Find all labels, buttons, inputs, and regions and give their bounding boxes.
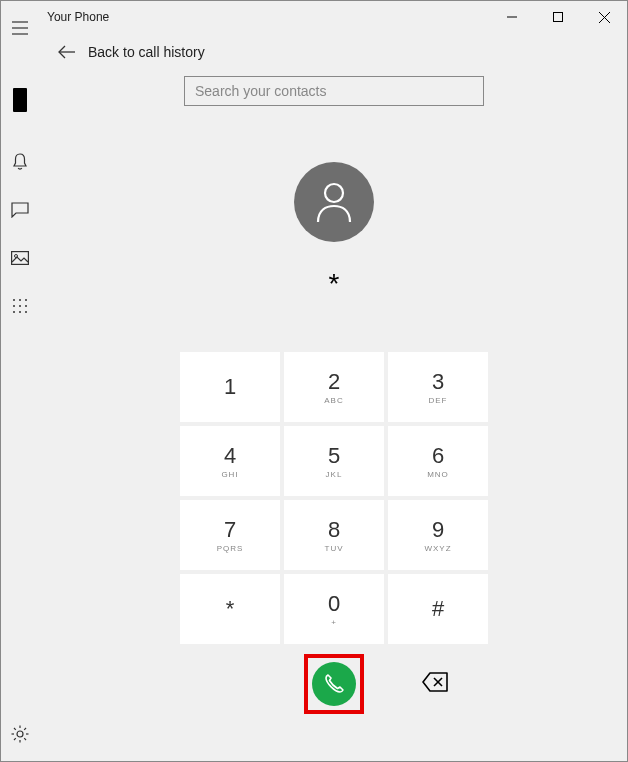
svg-point-12	[19, 311, 21, 313]
key-digit: 0	[328, 591, 340, 617]
key-letters: MNO	[427, 470, 449, 479]
keypad-key-9[interactable]: 9WXYZ	[388, 500, 488, 570]
settings-button[interactable]	[0, 714, 40, 754]
keypad-key-1[interactable]: 1	[180, 352, 280, 422]
key-letters: +	[331, 618, 337, 627]
key-letters: JKL	[326, 470, 343, 479]
key-letters: ABC	[324, 396, 343, 405]
back-button[interactable]: Back to call history	[40, 32, 628, 76]
keypad-key-7[interactable]: 7PQRS	[180, 500, 280, 570]
key-digit: 6	[432, 443, 444, 469]
phone-icon	[323, 673, 345, 695]
keypad-key-8[interactable]: 8TUV	[284, 500, 384, 570]
call-button-highlight	[304, 654, 364, 714]
sidebar-item-phone[interactable]	[0, 80, 40, 120]
chat-icon	[11, 202, 29, 218]
svg-point-6	[19, 299, 21, 301]
sidebar-item-messages[interactable]	[0, 190, 40, 230]
main-content: Back to call history * 1 2ABC 3DEF 4GHI …	[40, 32, 628, 762]
svg-point-9	[19, 305, 21, 307]
key-digit: 3	[432, 369, 444, 395]
dialpad-icon	[12, 298, 28, 314]
close-button[interactable]	[581, 1, 627, 33]
svg-rect-24	[554, 13, 563, 22]
key-digit: #	[432, 596, 444, 622]
key-letters: WXYZ	[424, 544, 451, 553]
keypad-key-3[interactable]: 3DEF	[388, 352, 488, 422]
search-input[interactable]	[195, 83, 473, 99]
svg-point-10	[25, 305, 27, 307]
key-digit: 2	[328, 369, 340, 395]
phone-icon	[13, 88, 27, 112]
hamburger-icon	[12, 21, 28, 35]
keypad-key-0[interactable]: 0+	[284, 574, 384, 644]
svg-point-28	[325, 184, 343, 202]
person-icon	[314, 180, 354, 224]
key-digit: 9	[432, 517, 444, 543]
svg-line-21	[14, 738, 16, 740]
svg-rect-3	[12, 252, 29, 265]
sidebar-item-calls[interactable]	[0, 286, 40, 326]
keypad-key-hash[interactable]: #	[388, 574, 488, 644]
svg-point-14	[17, 731, 23, 737]
svg-line-19	[14, 728, 16, 730]
back-label: Back to call history	[88, 44, 205, 60]
key-digit: 5	[328, 443, 340, 469]
bell-icon	[12, 153, 28, 171]
key-digit: 8	[328, 517, 340, 543]
arrow-left-icon	[58, 45, 76, 59]
close-icon	[599, 12, 610, 23]
keypad-key-6[interactable]: 6MNO	[388, 426, 488, 496]
svg-line-22	[24, 728, 26, 730]
keypad: 1 2ABC 3DEF 4GHI 5JKL 6MNO 7PQRS 8TUV 9W…	[180, 352, 488, 644]
svg-point-5	[13, 299, 15, 301]
key-letters: PQRS	[217, 544, 244, 553]
key-letters: GHI	[221, 470, 238, 479]
keypad-key-2[interactable]: 2ABC	[284, 352, 384, 422]
sidebar	[0, 0, 40, 762]
gear-icon	[11, 725, 29, 743]
dialed-number: *	[329, 268, 340, 304]
minimize-icon	[507, 12, 517, 22]
svg-point-8	[13, 305, 15, 307]
sidebar-item-photos[interactable]	[0, 238, 40, 278]
photo-icon	[11, 251, 29, 265]
maximize-icon	[553, 12, 563, 22]
key-digit: 1	[224, 374, 236, 400]
title-bar: Your Phone	[1, 1, 627, 33]
call-row	[40, 654, 628, 714]
call-button[interactable]	[312, 662, 356, 706]
search-input-container[interactable]	[184, 76, 484, 106]
svg-point-13	[25, 311, 27, 313]
key-digit: *	[226, 596, 235, 622]
key-digit: 4	[224, 443, 236, 469]
keypad-key-4[interactable]: 4GHI	[180, 426, 280, 496]
backspace-icon	[422, 672, 448, 692]
svg-line-20	[24, 738, 26, 740]
minimize-button[interactable]	[489, 1, 535, 33]
hamburger-menu-button[interactable]	[0, 8, 40, 48]
key-letters: DEF	[429, 396, 448, 405]
keypad-key-5[interactable]: 5JKL	[284, 426, 384, 496]
keypad-key-star[interactable]: *	[180, 574, 280, 644]
svg-point-7	[25, 299, 27, 301]
window-controls	[489, 1, 627, 33]
backspace-button[interactable]	[422, 672, 448, 696]
contact-avatar	[294, 162, 374, 242]
app-title: Your Phone	[47, 10, 109, 24]
svg-point-11	[13, 311, 15, 313]
key-digit: 7	[224, 517, 236, 543]
sidebar-item-notifications[interactable]	[0, 142, 40, 182]
key-letters: TUV	[325, 544, 344, 553]
maximize-button[interactable]	[535, 1, 581, 33]
